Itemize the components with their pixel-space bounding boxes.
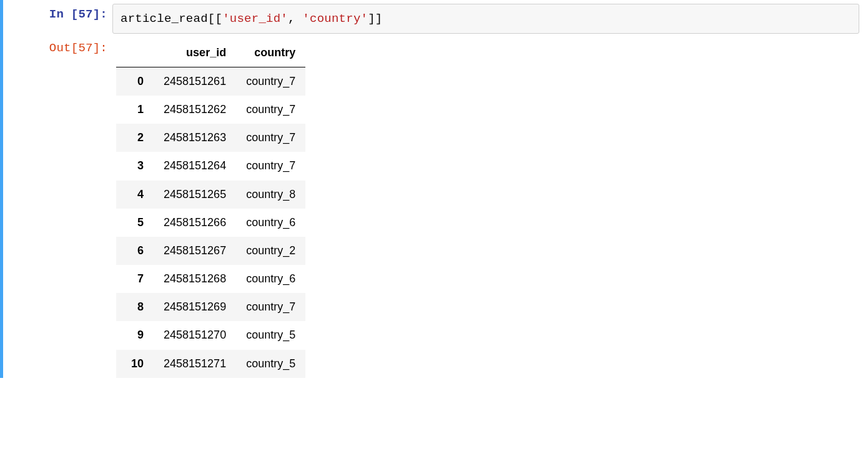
cell-country: country_6 [236, 265, 305, 293]
table-row: 22458151263country_7 [116, 124, 305, 152]
cell-user-id: 2458151263 [154, 124, 236, 152]
code-token: ]] [368, 12, 382, 26]
table-row: 82458151269country_7 [116, 293, 305, 321]
table-row: 102458151271country_5 [116, 350, 305, 378]
dataframe-table: user_id country 02458151261country_71245… [116, 39, 305, 378]
cell-country: country_2 [236, 237, 305, 265]
row-index: 2 [116, 124, 154, 152]
column-header-country: country [236, 39, 305, 67]
cell-user-id: 2458151262 [154, 96, 236, 124]
output-prompt-area: Out[57]: [3, 34, 112, 60]
code-token: , [288, 12, 302, 26]
cell-user-id: 2458151267 [154, 237, 236, 265]
cell-country: country_6 [236, 209, 305, 237]
row-index: 1 [116, 96, 154, 124]
cell-user-id: 2458151266 [154, 209, 236, 237]
input-content-area: article_read[['user_id', 'country']] [112, 0, 868, 34]
table-row: 02458151261country_7 [116, 67, 305, 96]
column-header-user-id: user_id [154, 39, 236, 67]
row-index: 3 [116, 152, 154, 180]
index-header [116, 39, 154, 67]
code-token: 'country' [302, 12, 368, 26]
input-prompt-area: In [57]: [3, 0, 112, 26]
table-row: 92458151270country_5 [116, 321, 305, 349]
cell-user-id: 2458151270 [154, 321, 236, 349]
cell-country: country_8 [236, 181, 305, 209]
table-row: 52458151266country_6 [116, 209, 305, 237]
cell-user-id: 2458151271 [154, 350, 236, 378]
cell-country: country_7 [236, 96, 305, 124]
code-input[interactable]: article_read[['user_id', 'country']] [112, 4, 859, 34]
cell-user-id: 2458151265 [154, 181, 236, 209]
row-index: 10 [116, 350, 154, 378]
row-index: 5 [116, 209, 154, 237]
code-token: 'user_id' [222, 12, 288, 26]
output-row: Out[57]: user_id country 02458151261coun… [3, 34, 868, 378]
row-index: 6 [116, 237, 154, 265]
code-token: article_read[[ [121, 12, 222, 26]
cell-user-id: 2458151261 [154, 67, 236, 96]
table-row: 12458151262country_7 [116, 96, 305, 124]
cell-country: country_5 [236, 321, 305, 349]
table-row: 42458151265country_8 [116, 181, 305, 209]
row-index: 7 [116, 265, 154, 293]
row-index: 0 [116, 67, 154, 96]
table-header-row: user_id country [116, 39, 305, 67]
table-row: 32458151264country_7 [116, 152, 305, 180]
input-prompt-label: In [57]: [49, 7, 107, 21]
table-row: 62458151267country_2 [116, 237, 305, 265]
cell-country: country_7 [236, 293, 305, 321]
cell-country: country_5 [236, 350, 305, 378]
row-index: 9 [116, 321, 154, 349]
output-prompt-label: Out[57]: [49, 41, 107, 55]
input-row: In [57]: article_read[['user_id', 'count… [3, 0, 868, 34]
cell-user-id: 2458151269 [154, 293, 236, 321]
row-index: 4 [116, 181, 154, 209]
cell-user-id: 2458151268 [154, 265, 236, 293]
row-index: 8 [116, 293, 154, 321]
cell-country: country_7 [236, 152, 305, 180]
output-content-area: user_id country 02458151261country_71245… [112, 34, 868, 378]
notebook-cell: In [57]: article_read[['user_id', 'count… [0, 0, 868, 378]
table-row: 72458151268country_6 [116, 265, 305, 293]
cell-user-id: 2458151264 [154, 152, 236, 180]
cell-country: country_7 [236, 67, 305, 96]
cell-country: country_7 [236, 124, 305, 152]
